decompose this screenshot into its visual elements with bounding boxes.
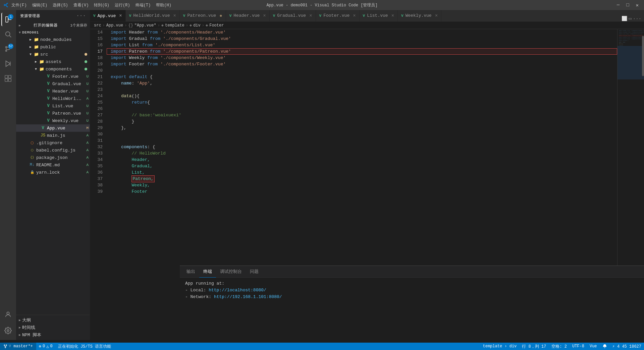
lnum-34: 34 [90,157,107,163]
panel-tab-problems[interactable]: 问题 [246,266,263,278]
tree-gitignore[interactable]: ⬡ .gitignore A [16,139,90,147]
tab-footer-vue[interactable]: V Footer.vue × [316,10,360,21]
more-actions-button[interactable]: ··· [633,16,641,21]
open-editors-section[interactable]: ▶ 打开的编辑器 1个未保存 [16,21,90,29]
tree-package-json[interactable]: {} package.json A [16,154,90,161]
code-line-19: import Footer from './components/Footer.… [111,61,617,67]
menu-edit[interactable]: 编辑(E) [32,2,48,8]
minimap-thumb[interactable] [642,36,644,76]
source-control-activity-icon[interactable]: 57 [1,42,15,56]
tree-gradual-vue[interactable]: V Gradual.vue U [16,80,90,88]
tree-main-js[interactable]: JS main.js A [16,132,90,139]
tree-helloworld-vue[interactable]: V HelloWorl... A [16,95,90,102]
tree-assets[interactable]: ▶ 📁 assets [16,58,90,65]
breadcrumb-src[interactable]: src [94,23,101,28]
explorer-activity-icon[interactable]: 1 [1,13,15,26]
tab-hw-close[interactable]: × [173,13,176,18]
git-branch-item[interactable]: ⑂ master*+ [0,343,36,350]
tree-list-vue[interactable]: V List.vue U [16,102,90,110]
encoding-item[interactable]: UTF-8 [570,343,587,350]
minimap-content: import Header from './components/Header.… [618,29,644,273]
readme-label: README.md [36,163,84,168]
menu-selection[interactable]: 选择(S) [53,2,68,8]
menu-file[interactable]: 文件(F) [11,2,27,8]
tree-footer-vue[interactable]: V Footer.vue U [16,73,90,80]
breadcrumb-footer[interactable]: Footer [209,23,224,28]
remote-item[interactable]: ⚡ 4 45 18627 [610,343,644,350]
tab-header-close[interactable]: × [263,13,266,18]
account-activity-icon[interactable] [1,308,15,321]
terminal-content[interactable]: App running at: - Local: http://localhos… [180,278,644,333]
breadcrumb-appvue-str[interactable]: "App.vue" [135,23,156,28]
demo001-label: DEMO001 [22,31,39,35]
npm-scripts-section[interactable]: ▶ NPM 脚本 [16,331,90,339]
tab-helloworld-vue[interactable]: V HelloWorld.vue × [126,10,180,21]
warnings-icon: △ [46,344,49,349]
tree-public[interactable]: ▶ 📁 public [16,43,90,51]
demo001-section[interactable]: ▼ DEMO001 [16,29,90,36]
sidebar-bottom: ▶ 大纲 ▶ 时间线 ▶ NPM 脚本 [16,315,90,340]
terminal-network-link[interactable]: http://192.168.1.101:8080/ [214,294,282,299]
terminal-local-link[interactable]: http://localhost:8080/ [209,288,266,293]
menu-run[interactable]: 运行(R) [115,2,130,8]
tab-footer-close[interactable]: × [353,13,356,18]
remote-label: ⚡ 4 45 18627 [612,344,641,349]
main-js-label: main.js [47,133,84,138]
tree-readme[interactable]: M↓ README.md A [16,161,90,169]
menu-help[interactable]: 帮助(H) [156,2,171,8]
settings-activity-icon[interactable] [1,324,15,337]
extensions-activity-icon[interactable] [1,72,15,85]
tree-src[interactable]: ▼ 📁 src [16,51,90,58]
menu-terminal[interactable]: 终端(T) [136,2,151,8]
tab-app-vue[interactable]: V App.vue × [90,10,126,21]
panel-tab-output[interactable]: 输出 [182,266,199,278]
run-activity-icon[interactable] [1,57,15,70]
maximize-button[interactable]: □ [624,2,631,8]
panel-debug-label: 调试控制台 [220,269,242,275]
terminal-line-1: App running at: [185,280,644,287]
feedback-item[interactable] [600,343,610,350]
close-button[interactable]: ✕ [634,2,641,8]
tree-weekly-vue[interactable]: V Weekly.vue U [16,117,90,124]
language-item[interactable]: Vue [587,343,600,350]
code-line-21: export default { [111,74,617,80]
toggle-panel-button[interactable]: ▭ [629,16,631,21]
tab-header-vue[interactable]: V Header.vue × [226,10,270,21]
tab-list-vue[interactable]: V List.vue × [360,10,398,21]
breadcrumb-div[interactable]: div [193,23,201,28]
tree-app-vue[interactable]: V App.vue M [16,124,90,132]
menu-view[interactable]: 查看(V) [73,2,89,8]
panel-tab-terminal[interactable]: 终端 [199,266,216,278]
tab-list-close[interactable]: × [391,13,394,18]
sidebar-more-button[interactable]: ··· [76,13,86,19]
minimize-button[interactable]: ─ [615,2,622,8]
line-col-item[interactable]: 行 8，列 17 [519,343,549,350]
tab-weekly-vue[interactable]: V Weekly.vue × [398,10,441,21]
tree-header-vue[interactable]: V Header.vue U [16,88,90,95]
code-line-23 [111,86,617,93]
tab-gradual-vue[interactable]: V Gradual.vue × [270,10,316,21]
search-activity-icon[interactable] [1,27,15,41]
panel-tab-debug[interactable]: 调试控制台 [216,266,246,278]
code-editor[interactable]: import Header from './components/Header.… [107,29,617,273]
cursor-pos-item[interactable]: template › div [480,343,519,350]
spaces-item[interactable]: 空格: 2 [549,343,570,350]
tab-patreon-vue[interactable]: V Patreon.vue ● [180,10,226,21]
breadcrumb-template[interactable]: template [165,23,184,28]
outline-section[interactable]: ▶ 大纲 [16,316,90,324]
tab-weekly-close[interactable]: × [435,13,438,18]
tree-yarn-lock[interactable]: 🔒 yarn.lock A [16,169,90,176]
tab-gradual-close[interactable]: × [309,13,312,18]
bottom-panel: 输出 终端 调试控制台 问题 1: node + ⬜ [180,266,644,333]
tree-babel-config[interactable]: ⬡ babel.config.js A [16,147,90,154]
tree-components[interactable]: ▼ 📁 components [16,65,90,73]
tree-patreon-vue[interactable]: V Patreon.vue U [16,110,90,117]
breadcrumb-app-vue[interactable]: App.vue [106,23,123,28]
tab-patreon-close[interactable]: ● [219,13,222,18]
errors-item[interactable]: ⊗ 0 △ 0 [36,343,55,350]
menu-goto[interactable]: 转到(G) [94,2,109,8]
split-editor-button[interactable]: ⬜ [622,16,627,21]
tab-app-vue-close[interactable]: × [119,13,122,18]
tree-node-modules[interactable]: ▶ 📁 node_modules [16,36,90,43]
timeline-section[interactable]: ▶ 时间线 [16,324,90,331]
